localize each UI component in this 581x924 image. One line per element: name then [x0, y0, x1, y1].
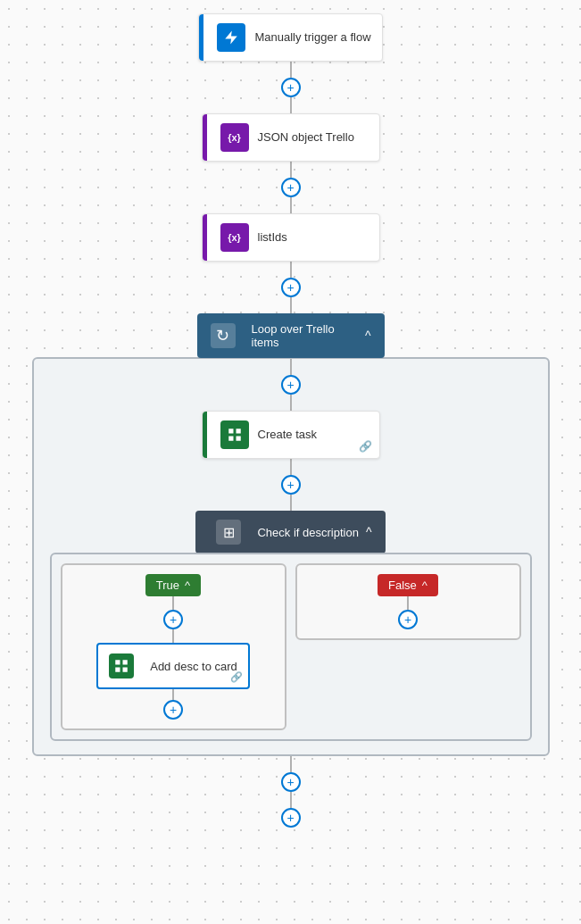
true-inner-connector: + — [163, 596, 183, 643]
line — [172, 596, 174, 610]
add-btn-true[interactable]: + — [163, 610, 183, 629]
connector-1: + — [281, 62, 301, 113]
loop-node-header[interactable]: ↻ Loop over Trello items ^ — [197, 313, 385, 358]
svg-rect-0 — [228, 429, 233, 433]
connector-3: + — [281, 262, 301, 313]
listids-icon: {x} — [220, 223, 249, 252]
loop-inner-connector: + — [281, 359, 301, 411]
svg-rect-3 — [236, 437, 240, 441]
line — [172, 629, 174, 643]
add-btn-true-bottom[interactable]: + — [163, 700, 183, 720]
svg-rect-6 — [115, 668, 120, 672]
loop-container: + Create task 🔗 + ⊞ Check if description… — [32, 357, 550, 756]
true-branch: True ^ + Add desc to card 🔗 — [61, 563, 286, 730]
add-btn-false[interactable]: + — [398, 610, 418, 629]
trigger-accent-bar — [199, 14, 203, 61]
false-branch: False ^ + — [295, 563, 521, 640]
line — [290, 792, 292, 808]
loop-icon: ↻ — [211, 323, 236, 348]
false-inner-connector: + — [398, 596, 418, 629]
line — [290, 297, 292, 313]
condition-node-header[interactable]: ⊞ Check if description ^ — [195, 511, 385, 554]
create-task-accent-bar — [203, 412, 207, 458]
create-task-node[interactable]: Create task 🔗 — [202, 411, 380, 459]
loop-collapse-btn[interactable]: ^ — [365, 329, 371, 343]
list-ids-node[interactable]: {x} listIds — [202, 213, 380, 262]
create-task-link-icon: 🔗 — [359, 440, 372, 453]
condition-collapse-btn[interactable]: ^ — [366, 525, 372, 539]
create-task-label: Create task — [258, 428, 317, 443]
line — [290, 62, 292, 78]
svg-rect-4 — [115, 660, 120, 664]
line — [172, 689, 174, 700]
false-collapse-icon: ^ — [422, 579, 427, 592]
condition-container: True ^ + Add desc to card 🔗 — [50, 553, 532, 741]
svg-rect-5 — [123, 660, 128, 664]
line — [290, 197, 292, 213]
add-btn-final[interactable]: + — [281, 808, 301, 828]
add-desc-link-icon: 🔗 — [230, 671, 243, 683]
json-trello-icon: {x} — [220, 123, 249, 152]
true-collapse-icon: ^ — [185, 579, 190, 592]
svg-rect-7 — [123, 668, 128, 672]
true-bottom-connector: + — [163, 689, 183, 720]
connector-after-loop: + + — [281, 756, 301, 828]
false-branch-header[interactable]: False ^ — [378, 574, 438, 596]
add-btn-1[interactable]: + — [281, 78, 301, 97]
line — [290, 459, 292, 475]
add-btn-loop-inner[interactable]: + — [281, 375, 301, 395]
condition-label: Check if description — [257, 526, 358, 539]
line — [407, 596, 409, 610]
trigger-node[interactable]: Manually trigger a flow — [198, 13, 382, 62]
flow-canvas: Manually trigger a flow + {x} JSON objec… — [0, 0, 581, 924]
add-desc-label: Add desc to card — [150, 660, 237, 673]
connector-after-task: + — [281, 459, 301, 511]
loop-label: Loop over Trello items — [252, 322, 358, 349]
listids-label: listIds — [258, 230, 287, 246]
add-desc-node[interactable]: Add desc to card 🔗 — [96, 643, 250, 689]
true-label: True — [156, 579, 179, 592]
add-btn-after-task[interactable]: + — [281, 475, 301, 495]
add-desc-icon — [109, 653, 134, 678]
line — [290, 162, 292, 178]
create-task-icon — [220, 420, 249, 449]
json-trello-label: JSON object Trello — [258, 130, 354, 146]
trigger-icon — [217, 23, 245, 52]
connector-2: + — [281, 162, 301, 213]
condition-icon: ⊞ — [216, 520, 241, 545]
line — [290, 395, 292, 411]
svg-rect-2 — [228, 437, 233, 441]
trigger-label: Manually trigger a flow — [254, 30, 370, 46]
svg-rect-1 — [236, 429, 240, 433]
line — [290, 262, 292, 278]
json-trello-node[interactable]: {x} JSON object Trello — [202, 113, 380, 162]
line — [290, 97, 292, 113]
listids-accent-bar — [203, 214, 207, 261]
add-btn-2[interactable]: + — [281, 178, 301, 197]
line — [290, 359, 292, 375]
add-btn-after-loop[interactable]: + — [281, 772, 301, 792]
json-accent-bar — [203, 114, 207, 161]
add-btn-3[interactable]: + — [281, 278, 301, 297]
true-branch-header[interactable]: True ^ — [145, 574, 201, 596]
line — [290, 756, 292, 772]
false-label: False — [388, 579, 417, 592]
line — [290, 495, 292, 511]
